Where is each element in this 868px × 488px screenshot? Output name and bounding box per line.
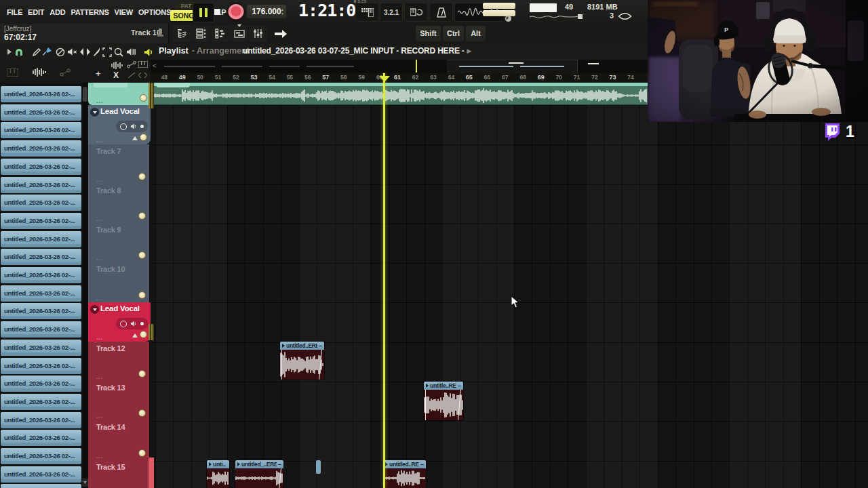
song-title[interactable]: untitled_2026-03-26 03-07-25_MIC INPUT -… xyxy=(243,46,471,56)
track-header-9[interactable]: Track 9 ... xyxy=(88,223,149,262)
group-collapse-icon[interactable] xyxy=(90,305,99,314)
picker-close-button[interactable]: X xyxy=(113,70,119,80)
clip-header[interactable]: untitled_..ERE– xyxy=(235,460,283,468)
track-controls[interactable] xyxy=(116,121,148,132)
paint-brush-tool[interactable] xyxy=(42,47,52,57)
audio-clip-sliver[interactable] xyxy=(316,460,321,474)
track-header-13[interactable]: Track 13 ... xyxy=(88,381,149,420)
browser-item[interactable]: untitled_2026-03-26 02-... xyxy=(1,122,81,138)
browser-item[interactable]: untitled_2026-03-26 02-... xyxy=(1,303,81,319)
audio-clip-lead-vocal-main[interactable] xyxy=(151,83,648,105)
browser-scrollbar[interactable]: ▼ xyxy=(82,83,88,488)
record-button[interactable] xyxy=(226,3,245,21)
playhead-marker[interactable] xyxy=(379,76,390,82)
alt-key-button[interactable]: Alt xyxy=(466,26,486,41)
bar-beat-display[interactable]: 3.2.1 xyxy=(380,3,403,22)
mixer-panel-button[interactable] xyxy=(249,25,267,42)
playlist-grid[interactable] xyxy=(151,83,868,488)
ctrl-key-button[interactable]: Ctrl xyxy=(443,26,464,41)
horizontal-fit-icon[interactable] xyxy=(138,73,147,78)
menu-view[interactable]: VIEW xyxy=(112,8,136,16)
mini-automation-icon[interactable] xyxy=(127,61,136,68)
automation-tab-icon[interactable] xyxy=(60,68,71,77)
track-select-dot[interactable] xyxy=(140,134,147,141)
speaker-icon[interactable] xyxy=(131,123,137,129)
clip-minimize[interactable]: – xyxy=(278,461,281,468)
scrollbar-thumb[interactable] xyxy=(83,87,87,102)
audio-clip-b[interactable]: untitle..RE– xyxy=(424,382,463,420)
track-header-8[interactable]: Track 8 ... xyxy=(88,184,149,223)
delete-tool[interactable] xyxy=(55,47,65,57)
playlist-window-title[interactable]: Playlist- Arrangement xyxy=(159,46,250,56)
browser-item[interactable]: untitled_2026-03-26 02-... xyxy=(1,86,81,102)
audio-preview-speaker-icon[interactable] xyxy=(144,47,154,57)
browser-item[interactable]: untitled_2026-03-26 02-... xyxy=(1,213,81,229)
playlist-panel-button[interactable] xyxy=(230,25,248,42)
browser-item[interactable]: untitled_2026-03-26 02-... xyxy=(1,177,81,193)
audio-tab-icon[interactable] xyxy=(32,68,48,77)
browser-item[interactable]: untitled_2026-03-26 02-... xyxy=(1,394,81,410)
expand-triangle[interactable] xyxy=(132,136,138,140)
mini-pattern-icon[interactable] xyxy=(138,61,148,68)
browser-item[interactable]: untitled_2026-03-26 02-... xyxy=(1,448,81,464)
browser-item[interactable]: untitled_2026-03-26 02-... xyxy=(1,267,81,283)
record-arm-icon[interactable] xyxy=(120,321,127,327)
track-select-dot[interactable] xyxy=(138,449,146,457)
clip-header[interactable]: untitled..RE– xyxy=(383,460,426,468)
track-select-dot[interactable] xyxy=(138,173,146,180)
browser-item[interactable]: untitled_2026-03-26 02-... xyxy=(1,484,81,488)
browser-item[interactable]: untitled_2026-03-26 02-... xyxy=(1,412,81,428)
menu-edit[interactable]: EDIT xyxy=(25,8,47,16)
track-select-dot[interactable] xyxy=(138,291,146,299)
track-select-dot[interactable] xyxy=(138,409,146,417)
tempo-display[interactable]: 176.000▲▼ xyxy=(247,5,286,18)
menu-file[interactable]: FILE xyxy=(4,8,25,16)
zoom-tool[interactable] xyxy=(113,47,123,57)
diagonal-line-icon[interactable] xyxy=(127,72,136,79)
browser-panel-button[interactable] xyxy=(173,25,191,42)
browser-item[interactable]: untitled_2026-03-26 02-... xyxy=(1,375,81,392)
clip-minimize[interactable]: – xyxy=(458,382,461,389)
channel-rack-button[interactable] xyxy=(192,25,210,42)
menu-options[interactable]: OPTIONS xyxy=(136,8,174,16)
track-select-dot[interactable] xyxy=(138,212,146,220)
metronome-button[interactable] xyxy=(429,3,453,22)
snap-magnet-icon-playlist[interactable] xyxy=(14,47,24,57)
scrollbar-down-arrow[interactable]: ▼ xyxy=(82,479,88,487)
track-select-dot[interactable] xyxy=(140,331,147,338)
browser-item[interactable]: untitled_2026-03-26 02-... xyxy=(1,231,81,247)
browser-item[interactable]: untitled_2026-03-26 02-... xyxy=(1,358,81,374)
track-header-lead-vocal-2[interactable]: Lead Vocal ... xyxy=(88,302,151,342)
browser-item[interactable]: untitled_2026-03-26 02-... xyxy=(1,104,81,121)
browser-item[interactable]: untitled_2026-03-26 02-... xyxy=(1,466,81,483)
patterns-tab-icon[interactable] xyxy=(7,68,18,77)
speaker-icon[interactable] xyxy=(131,321,137,327)
dot-icon[interactable] xyxy=(140,322,144,325)
draw-pencil-tool[interactable] xyxy=(31,47,41,57)
mini-audio-icon[interactable] xyxy=(111,62,124,69)
browser-item[interactable]: untitled_2026-03-26 02-... xyxy=(1,340,81,356)
playhead-line[interactable] xyxy=(383,73,385,488)
track-header-10[interactable]: Track 10 ... xyxy=(88,262,149,302)
clip-minimize[interactable]: – xyxy=(319,342,322,349)
track-controls[interactable] xyxy=(116,318,148,329)
clip-header[interactable]: untitled..ERE– xyxy=(280,342,324,350)
browser-item[interactable]: untitled_2026-03-26 02-... xyxy=(1,249,81,265)
group-collapse-icon[interactable] xyxy=(90,108,99,117)
record-arm-icon[interactable] xyxy=(120,123,127,130)
picker-add-button[interactable]: + xyxy=(96,68,101,79)
select-tool[interactable] xyxy=(102,47,112,57)
clip-header[interactable]: unti.. xyxy=(207,460,229,468)
menu-add[interactable]: ADD xyxy=(47,8,68,16)
dot-icon[interactable] xyxy=(140,125,144,128)
menu-patterns[interactable]: PATTERNS xyxy=(68,8,112,16)
track-header-7[interactable]: Track 7 ... xyxy=(88,144,149,184)
stretch-tool[interactable] xyxy=(80,47,90,57)
shift-key-button[interactable]: Shift xyxy=(416,26,441,41)
loop-record-button[interactable] xyxy=(404,3,428,22)
expand-triangle[interactable] xyxy=(132,333,138,338)
browser-item[interactable]: untitled_2026-03-26 02-... xyxy=(1,159,81,175)
browser-item[interactable]: untitled_2026-03-26 02-... xyxy=(1,430,81,446)
navigator-collapse[interactable]: < xyxy=(153,62,156,69)
piano-roll-button[interactable] xyxy=(211,25,229,42)
